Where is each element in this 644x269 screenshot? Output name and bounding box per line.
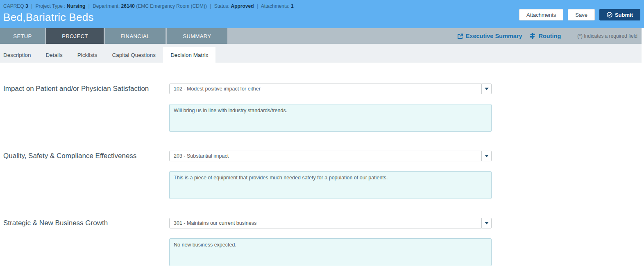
breadcrumb-separator: |: [210, 3, 211, 9]
tab-setup[interactable]: SETUP: [0, 28, 45, 44]
executive-summary-link[interactable]: Executive Summary: [457, 33, 522, 39]
external-link-icon: [457, 33, 463, 39]
breadcrumb-department-value: 26140: [121, 3, 135, 9]
dropdown-toggle-button[interactable]: [482, 151, 492, 161]
section-controls: 301 - Maintains our current business No …: [169, 218, 492, 266]
breadcrumb-attachments-label: Attachments:: [261, 3, 290, 9]
breadcrumb-project-type-label: Project Type :: [36, 3, 66, 9]
patient-satisfaction-dropdown[interactable]: 102 - Modest positive impact for either: [169, 84, 492, 94]
breadcrumb: CAPREQ 3 | Project Type : Nursing | Depa…: [3, 3, 640, 9]
decision-matrix-form: Impact on Patient and/or Physician Satis…: [0, 63, 644, 266]
submit-button-label: Submit: [615, 12, 633, 18]
caret-down-icon: [485, 222, 489, 224]
dropdown-toggle-button[interactable]: [482, 84, 492, 94]
attachments-button[interactable]: Attachments: [519, 9, 563, 20]
breadcrumb-app-value: 3: [25, 3, 28, 9]
strategic-growth-comment-textarea[interactable]: No new business expected.: [169, 238, 492, 266]
patient-satisfaction-comment-textarea[interactable]: Will bring us in line with industry stan…: [169, 104, 492, 132]
tab-summary[interactable]: SUMMARY: [167, 28, 227, 44]
subtab-details[interactable]: Details: [39, 47, 70, 63]
caret-down-icon: [485, 88, 489, 90]
section-strategic-growth: Strategic & New Business Growth 301 - Ma…: [0, 218, 644, 266]
section-patient-satisfaction: Impact on Patient and/or Physician Satis…: [0, 84, 644, 132]
dropdown-selected-value[interactable]: 102 - Modest positive impact for either: [169, 84, 482, 94]
section-label: Strategic & New Business Growth: [0, 218, 169, 266]
tab-bar-right: Executive Summary Routing (*) Indicates …: [457, 28, 639, 44]
tab-project[interactable]: PROJECT: [46, 28, 104, 44]
subtab-picklists[interactable]: Picklists: [70, 47, 105, 63]
tab-financial[interactable]: FINANCIAL: [105, 28, 166, 44]
executive-summary-label: Executive Summary: [466, 33, 522, 39]
breadcrumb-department-label: Department:: [93, 3, 120, 9]
breadcrumb-separator: |: [88, 3, 90, 9]
section-label: Quality, Safety & Compliance Effectivene…: [0, 151, 169, 199]
breadcrumb-project-type-value: Nursing: [67, 3, 85, 9]
breadcrumb-separator: |: [257, 3, 258, 9]
check-circle-icon: [607, 12, 612, 18]
subtab-capital-questions[interactable]: Capital Questions: [105, 47, 163, 63]
section-controls: 203 - Substantial impact This is a piece…: [169, 151, 492, 199]
header-buttons: Attachments Save Submit: [519, 9, 640, 20]
section-quality-safety: Quality, Safety & Compliance Effectivene…: [0, 151, 644, 199]
breadcrumb-app-label: CAPREQ: [3, 3, 24, 9]
required-field-note: (*) Indicates a required field: [577, 33, 637, 39]
routing-link[interactable]: Routing: [529, 33, 561, 39]
breadcrumb-status-value: Approved: [231, 3, 254, 9]
breadcrumb-attachments-value: 1: [291, 3, 294, 9]
routing-signpost-icon: [529, 33, 536, 39]
dropdown-selected-value[interactable]: 301 - Maintains our current business: [169, 218, 482, 228]
breadcrumb-department-detail: (EMC Emergency Room (CDM)): [136, 3, 207, 9]
app-header: CAPREQ 3 | Project Type : Nursing | Depa…: [0, 0, 644, 28]
dropdown-selected-value[interactable]: 203 - Substantial impact: [169, 151, 482, 161]
section-label: Impact on Patient and/or Physician Satis…: [0, 84, 169, 132]
submit-button[interactable]: Submit: [599, 9, 640, 20]
main-tab-bar: SETUP PROJECT FINANCIAL SUMMARY Executiv…: [0, 28, 644, 44]
subtab-description[interactable]: Description: [0, 47, 39, 63]
breadcrumb-separator: |: [31, 3, 32, 9]
subtab-decision-matrix[interactable]: Decision Matrix: [163, 47, 215, 63]
breadcrumb-status-label: Status:: [214, 3, 229, 9]
quality-safety-comment-textarea[interactable]: This is a piece of equipment that provid…: [169, 171, 492, 199]
quality-safety-dropdown[interactable]: 203 - Substantial impact: [169, 151, 492, 161]
section-controls: 102 - Modest positive impact for either …: [169, 84, 492, 132]
routing-label: Routing: [538, 33, 561, 39]
caret-down-icon: [485, 155, 489, 157]
save-button[interactable]: Save: [568, 9, 595, 20]
strategic-growth-dropdown[interactable]: 301 - Maintains our current business: [169, 218, 492, 228]
sub-tab-bar: Description Details Picklists Capital Qu…: [0, 44, 644, 63]
dropdown-toggle-button[interactable]: [482, 218, 492, 228]
